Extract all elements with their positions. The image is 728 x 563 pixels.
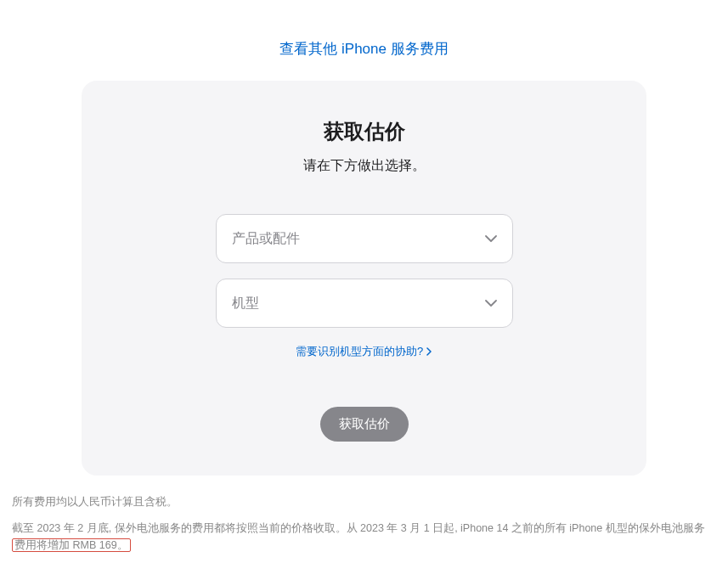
disclaimer-line-2: 截至 2023 年 2 月底, 保外电池服务的费用都将按照当前的价格收取。从 2… <box>12 521 716 554</box>
help-link-container: 需要识别机型方面的协助? <box>107 343 621 359</box>
chevron-right-icon <box>426 349 432 355</box>
estimate-card: 获取估价 请在下方做出选择。 产品或配件 机型 需要识别机型方面的协助? 获取估… <box>82 81 646 476</box>
chevron-down-icon <box>485 297 497 309</box>
page-root: 查看其他 iPhone 服务费用 获取估价 请在下方做出选择。 产品或配件 机型… <box>0 0 728 563</box>
help-link-label: 需要识别机型方面的协助? <box>296 344 423 359</box>
model-select[interactable]: 机型 <box>216 279 513 328</box>
card-title: 获取估价 <box>107 118 621 145</box>
card-subtitle: 请在下方做出选择。 <box>107 157 621 175</box>
highlighted-text: 费用将增加 RMB 169。 <box>12 538 131 552</box>
other-services-link[interactable]: 查看其他 iPhone 服务费用 <box>279 41 448 57</box>
get-estimate-button[interactable]: 获取估价 <box>320 407 409 442</box>
identify-model-help-link[interactable]: 需要识别机型方面的协助? <box>296 344 432 359</box>
disclaimer-section: 所有费用均以人民币计算且含税。 截至 2023 年 2 月底, 保外电池服务的费… <box>8 494 720 554</box>
product-select-placeholder: 产品或配件 <box>232 230 300 248</box>
model-select-placeholder: 机型 <box>232 295 259 312</box>
chevron-down-icon <box>485 233 497 245</box>
disclaimer-line-1: 所有费用均以人民币计算且含税。 <box>12 494 716 510</box>
top-link-container: 查看其他 iPhone 服务费用 <box>8 39 720 59</box>
product-select[interactable]: 产品或配件 <box>216 214 513 263</box>
disclaimer-prefix: 截至 2023 年 2 月底, 保外电池服务的费用都将按照当前的价格收取。从 2… <box>12 522 705 534</box>
